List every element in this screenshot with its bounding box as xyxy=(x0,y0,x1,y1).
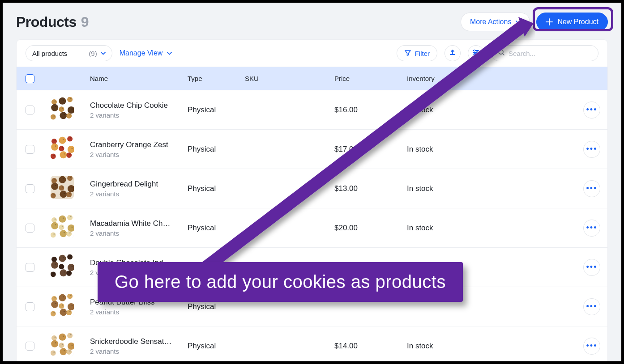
svg-point-43 xyxy=(51,178,57,183)
svg-point-105 xyxy=(70,295,72,296)
svg-point-71 xyxy=(62,226,63,227)
row-checkbox[interactable] xyxy=(26,224,34,233)
row-actions-button[interactable]: ••• xyxy=(583,102,600,119)
svg-point-21 xyxy=(66,113,72,119)
col-price: Price xyxy=(333,75,405,82)
annotation-callout-text: Go here to add your cookies as products xyxy=(115,272,446,292)
row-actions-button[interactable]: ••• xyxy=(583,141,600,158)
table-row[interactable]: Chocolate Chip Cookie 2 variants Physica… xyxy=(17,90,607,129)
product-inventory: In stock xyxy=(405,224,504,233)
search-input-wrap[interactable] xyxy=(491,45,598,61)
annotation-callout: Go here to add your cookies as products xyxy=(98,262,463,302)
table-row[interactable]: Macadamia White Ch… 2 variants Physical … xyxy=(17,208,607,247)
svg-point-125 xyxy=(51,340,58,347)
row-actions-button[interactable]: ••• xyxy=(583,220,600,237)
svg-point-132 xyxy=(53,351,55,353)
svg-point-11 xyxy=(51,104,58,111)
svg-point-28 xyxy=(67,136,73,141)
product-variants: 2 variants xyxy=(90,308,184,316)
svg-point-57 xyxy=(60,190,67,198)
svg-point-67 xyxy=(70,216,72,217)
svg-point-108 xyxy=(59,303,64,309)
svg-point-115 xyxy=(64,311,65,312)
row-checkbox[interactable] xyxy=(26,302,34,311)
table-row[interactable]: Cranberry Orange Zest 2 variants Physica… xyxy=(17,129,607,169)
row-checkbox[interactable] xyxy=(26,342,34,351)
row-actions-button[interactable]: ••• xyxy=(583,259,600,276)
product-inventory: In stock xyxy=(405,342,504,351)
search-input[interactable] xyxy=(509,50,589,57)
row-checkbox[interactable] xyxy=(26,263,34,272)
page-title: Products xyxy=(16,14,77,30)
plus-icon xyxy=(546,18,553,25)
product-price: $17.00 xyxy=(333,145,405,154)
svg-point-29 xyxy=(70,137,72,139)
filter-label: Filter xyxy=(415,50,430,57)
svg-point-77 xyxy=(64,232,65,233)
export-button[interactable] xyxy=(444,45,461,61)
svg-point-31 xyxy=(55,145,56,147)
table-row[interactable]: Snickerdoodle Sensat… 2 variants Physica… xyxy=(17,326,607,361)
svg-point-18 xyxy=(53,115,55,117)
svg-point-41 xyxy=(69,154,71,155)
svg-point-87 xyxy=(51,262,58,269)
product-name: Gingerbread Delight xyxy=(90,180,184,189)
svg-point-75 xyxy=(53,233,55,235)
svg-point-27 xyxy=(63,139,64,140)
svg-point-111 xyxy=(72,305,73,307)
svg-point-26 xyxy=(59,137,66,144)
select-all-checkbox[interactable] xyxy=(26,74,34,83)
svg-point-119 xyxy=(51,335,57,341)
row-actions-button[interactable]: ••• xyxy=(583,298,600,315)
more-actions-button[interactable]: More Actions xyxy=(461,13,530,31)
svg-point-68 xyxy=(51,222,58,229)
product-variants: 2 variants xyxy=(90,347,184,355)
svg-point-102 xyxy=(59,294,66,301)
product-thumbnail xyxy=(51,294,74,317)
new-product-button[interactable]: New Product xyxy=(536,13,608,31)
svg-point-60 xyxy=(69,193,71,195)
product-type: Physical xyxy=(186,302,243,311)
product-type: Physical xyxy=(186,106,243,114)
col-sku: SKU xyxy=(243,75,333,82)
product-filter-dropdown[interactable]: All products (9) xyxy=(26,45,112,61)
svg-point-49 xyxy=(51,183,58,190)
row-actions-button[interactable]: ••• xyxy=(583,338,600,355)
svg-point-100 xyxy=(51,296,57,301)
row-checkbox[interactable] xyxy=(26,184,34,193)
svg-point-22 xyxy=(69,114,71,116)
svg-point-1 xyxy=(476,51,478,53)
table-header: Name Type SKU Price Inventory xyxy=(17,67,607,90)
product-variants: 2 variants xyxy=(90,111,184,119)
svg-point-120 xyxy=(55,337,56,338)
product-thumbnail xyxy=(51,333,74,356)
row-checkbox[interactable] xyxy=(26,145,34,154)
row-checkbox[interactable] xyxy=(26,106,34,114)
settings-button[interactable] xyxy=(468,45,484,61)
svg-point-130 xyxy=(72,345,73,346)
svg-point-14 xyxy=(62,108,63,109)
manage-view-link[interactable]: Manage View xyxy=(120,49,172,57)
svg-point-126 xyxy=(55,342,56,343)
svg-point-94 xyxy=(53,273,55,274)
svg-point-81 xyxy=(51,257,57,262)
svg-point-116 xyxy=(66,310,72,315)
svg-point-66 xyxy=(67,215,73,220)
filter-button[interactable]: Filter xyxy=(397,45,437,61)
svg-point-107 xyxy=(55,303,56,304)
svg-point-9 xyxy=(67,97,73,102)
table-row[interactable]: Gingerbread Delight 2 variants Physical … xyxy=(17,169,607,208)
product-name: Macadamia White Ch… xyxy=(90,219,184,228)
product-inventory: In stock xyxy=(405,184,504,193)
svg-point-92 xyxy=(72,266,73,267)
product-type: Physical xyxy=(186,224,243,233)
chevron-down-icon xyxy=(516,21,521,24)
chevron-down-icon xyxy=(101,52,106,55)
svg-point-46 xyxy=(63,178,64,179)
svg-point-123 xyxy=(67,333,73,338)
svg-point-89 xyxy=(59,264,64,269)
svg-point-17 xyxy=(51,114,56,119)
row-actions-button[interactable]: ••• xyxy=(583,180,600,197)
svg-point-114 xyxy=(60,309,67,316)
svg-point-38 xyxy=(60,151,67,158)
